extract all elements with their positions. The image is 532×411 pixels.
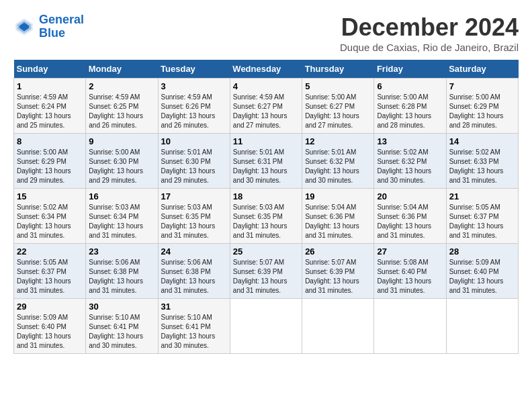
calendar-week-1: 1Sunrise: 4:59 AMSunset: 6:24 PMDaylight… <box>14 79 519 134</box>
day-info: Sunrise: 5:02 AMSunset: 6:34 PMDaylight:… <box>17 203 83 240</box>
day-number: 25 <box>233 246 299 257</box>
day-info: Sunrise: 5:03 AMSunset: 6:35 PMDaylight:… <box>233 203 299 240</box>
calendar-week-2: 8Sunrise: 5:00 AMSunset: 6:29 PMDaylight… <box>14 134 519 189</box>
day-info: Sunrise: 5:07 AMSunset: 6:39 PMDaylight:… <box>305 258 371 295</box>
calendar-cell: 1Sunrise: 4:59 AMSunset: 6:24 PMDaylight… <box>14 79 86 134</box>
day-info: Sunrise: 5:07 AMSunset: 6:39 PMDaylight:… <box>233 258 299 295</box>
calendar-cell: 10Sunrise: 5:01 AMSunset: 6:30 PMDayligh… <box>158 134 230 189</box>
calendar-cell: 21Sunrise: 5:05 AMSunset: 6:37 PMDayligh… <box>446 189 518 244</box>
day-info: Sunrise: 4:59 AMSunset: 6:24 PMDaylight:… <box>17 93 83 130</box>
calendar-cell: 19Sunrise: 5:04 AMSunset: 6:36 PMDayligh… <box>302 189 374 244</box>
logo-text: General Blue <box>39 13 84 40</box>
day-number: 23 <box>89 246 154 257</box>
page-header: General Blue December 2024 Duque de Caxi… <box>13 13 519 53</box>
day-number: 11 <box>233 136 299 146</box>
day-info: Sunrise: 5:03 AMSunset: 6:34 PMDaylight:… <box>89 203 154 240</box>
day-number: 13 <box>377 136 443 146</box>
day-info: Sunrise: 5:02 AMSunset: 6:32 PMDaylight:… <box>377 148 443 185</box>
header-wednesday: Wednesday <box>230 60 302 79</box>
header-tuesday: Tuesday <box>158 60 230 79</box>
day-info: Sunrise: 5:00 AMSunset: 6:28 PMDaylight:… <box>377 93 443 130</box>
calendar-cell: 30Sunrise: 5:10 AMSunset: 6:41 PMDayligh… <box>86 299 158 354</box>
calendar-cell: 20Sunrise: 5:04 AMSunset: 6:36 PMDayligh… <box>374 189 446 244</box>
day-info: Sunrise: 5:00 AMSunset: 6:29 PMDaylight:… <box>449 93 515 130</box>
calendar-cell <box>446 299 518 354</box>
calendar-cell: 25Sunrise: 5:07 AMSunset: 6:39 PMDayligh… <box>230 244 302 299</box>
calendar-week-5: 29Sunrise: 5:09 AMSunset: 6:40 PMDayligh… <box>14 299 519 354</box>
day-number: 1 <box>17 81 83 91</box>
day-number: 4 <box>233 81 299 91</box>
day-info: Sunrise: 5:03 AMSunset: 6:35 PMDaylight:… <box>161 203 227 240</box>
day-number: 21 <box>449 191 515 201</box>
calendar-cell: 3Sunrise: 4:59 AMSunset: 6:26 PMDaylight… <box>158 79 230 134</box>
day-info: Sunrise: 5:06 AMSunset: 6:38 PMDaylight:… <box>161 258 227 295</box>
day-info: Sunrise: 5:09 AMSunset: 6:40 PMDaylight:… <box>17 313 83 351</box>
day-info: Sunrise: 5:01 AMSunset: 6:30 PMDaylight:… <box>161 148 227 185</box>
day-info: Sunrise: 5:08 AMSunset: 6:40 PMDaylight:… <box>377 258 443 295</box>
calendar-cell: 9Sunrise: 5:00 AMSunset: 6:30 PMDaylight… <box>86 134 158 189</box>
day-info: Sunrise: 5:04 AMSunset: 6:36 PMDaylight:… <box>305 203 371 240</box>
day-number: 29 <box>17 302 83 312</box>
day-number: 30 <box>89 302 154 312</box>
logo: General Blue <box>13 13 84 40</box>
day-number: 24 <box>161 246 227 257</box>
day-number: 17 <box>161 191 227 201</box>
day-info: Sunrise: 5:04 AMSunset: 6:36 PMDaylight:… <box>377 203 443 240</box>
day-info: Sunrise: 5:05 AMSunset: 6:37 PMDaylight:… <box>17 258 83 295</box>
day-number: 19 <box>305 191 371 201</box>
day-info: Sunrise: 4:59 AMSunset: 6:26 PMDaylight:… <box>161 93 227 130</box>
location-subtitle: Duque de Caxias, Rio de Janeiro, Brazil <box>340 42 519 53</box>
day-number: 6 <box>377 81 443 91</box>
day-info: Sunrise: 5:00 AMSunset: 6:30 PMDaylight:… <box>89 148 154 185</box>
calendar-week-3: 15Sunrise: 5:02 AMSunset: 6:34 PMDayligh… <box>14 189 519 244</box>
calendar-cell: 15Sunrise: 5:02 AMSunset: 6:34 PMDayligh… <box>14 189 86 244</box>
day-number: 2 <box>89 81 154 91</box>
calendar-cell: 22Sunrise: 5:05 AMSunset: 6:37 PMDayligh… <box>14 244 86 299</box>
day-info: Sunrise: 5:10 AMSunset: 6:41 PMDaylight:… <box>161 313 227 351</box>
day-number: 22 <box>17 246 83 257</box>
day-number: 18 <box>233 191 299 201</box>
calendar-cell: 4Sunrise: 4:59 AMSunset: 6:27 PMDaylight… <box>230 79 302 134</box>
header-friday: Friday <box>374 60 446 79</box>
day-number: 9 <box>89 136 154 146</box>
calendar-cell: 5Sunrise: 5:00 AMSunset: 6:27 PMDaylight… <box>302 79 374 134</box>
calendar-cell: 14Sunrise: 5:02 AMSunset: 6:33 PMDayligh… <box>446 134 518 189</box>
day-info: Sunrise: 5:05 AMSunset: 6:37 PMDaylight:… <box>449 203 515 240</box>
calendar-cell <box>374 299 446 354</box>
day-number: 8 <box>17 136 83 146</box>
logo-line2: Blue <box>39 26 65 40</box>
days-header-row: SundayMondayTuesdayWednesdayThursdayFrid… <box>14 60 519 79</box>
day-number: 10 <box>161 136 227 146</box>
header-monday: Monday <box>86 60 158 79</box>
day-info: Sunrise: 4:59 AMSunset: 6:25 PMDaylight:… <box>89 93 154 130</box>
day-number: 5 <box>305 81 371 91</box>
calendar-cell: 18Sunrise: 5:03 AMSunset: 6:35 PMDayligh… <box>230 189 302 244</box>
day-number: 14 <box>449 136 515 146</box>
day-number: 27 <box>377 246 443 257</box>
day-number: 15 <box>17 191 83 201</box>
calendar-cell: 29Sunrise: 5:09 AMSunset: 6:40 PMDayligh… <box>14 299 86 354</box>
logo-icon <box>13 16 35 38</box>
day-info: Sunrise: 5:00 AMSunset: 6:29 PMDaylight:… <box>17 148 83 185</box>
calendar-cell: 16Sunrise: 5:03 AMSunset: 6:34 PMDayligh… <box>86 189 158 244</box>
calendar-cell: 17Sunrise: 5:03 AMSunset: 6:35 PMDayligh… <box>158 189 230 244</box>
calendar-cell <box>230 299 302 354</box>
calendar-cell: 8Sunrise: 5:00 AMSunset: 6:29 PMDaylight… <box>14 134 86 189</box>
calendar-cell: 12Sunrise: 5:01 AMSunset: 6:32 PMDayligh… <box>302 134 374 189</box>
calendar-cell: 2Sunrise: 4:59 AMSunset: 6:25 PMDaylight… <box>86 79 158 134</box>
day-number: 16 <box>89 191 154 201</box>
day-info: Sunrise: 5:06 AMSunset: 6:38 PMDaylight:… <box>89 258 154 295</box>
calendar-table: SundayMondayTuesdayWednesdayThursdayFrid… <box>13 60 519 354</box>
day-info: Sunrise: 5:09 AMSunset: 6:40 PMDaylight:… <box>449 258 515 295</box>
calendar-cell: 13Sunrise: 5:02 AMSunset: 6:32 PMDayligh… <box>374 134 446 189</box>
header-sunday: Sunday <box>14 60 86 79</box>
day-info: Sunrise: 5:01 AMSunset: 6:31 PMDaylight:… <box>233 148 299 185</box>
day-info: Sunrise: 5:00 AMSunset: 6:27 PMDaylight:… <box>305 93 371 130</box>
calendar-cell: 31Sunrise: 5:10 AMSunset: 6:41 PMDayligh… <box>158 299 230 354</box>
header-saturday: Saturday <box>446 60 518 79</box>
calendar-cell: 28Sunrise: 5:09 AMSunset: 6:40 PMDayligh… <box>446 244 518 299</box>
day-number: 26 <box>305 246 371 257</box>
day-info: Sunrise: 5:10 AMSunset: 6:41 PMDaylight:… <box>89 313 154 351</box>
calendar-week-4: 22Sunrise: 5:05 AMSunset: 6:37 PMDayligh… <box>14 244 519 299</box>
calendar-cell: 11Sunrise: 5:01 AMSunset: 6:31 PMDayligh… <box>230 134 302 189</box>
